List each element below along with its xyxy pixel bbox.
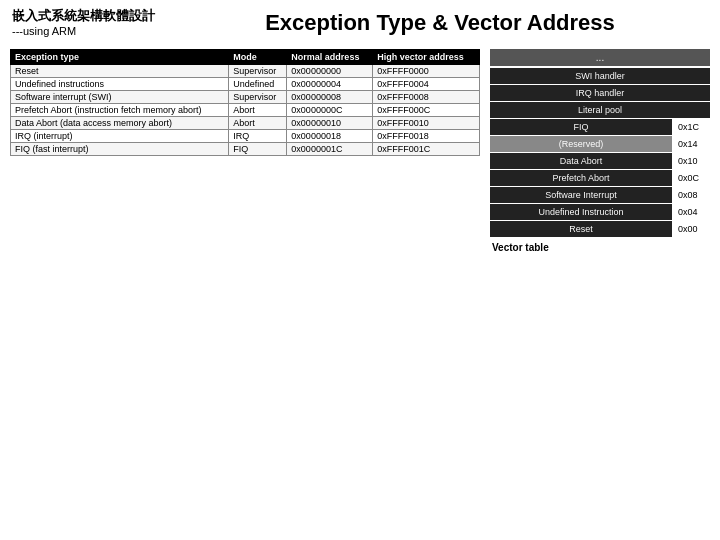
software-interrupt-offset: 0x08 (678, 190, 710, 200)
table-cell: Abort (229, 103, 287, 116)
table-cell: Prefetch Abort (instruction fetch memory… (11, 103, 229, 116)
stack-software-interrupt: Software Interrupt 0x08 (490, 187, 710, 203)
table-cell: 0xFFFF0008 (373, 90, 480, 103)
data-abort-block: Data Abort (490, 153, 672, 169)
table-cell: IRQ (interrupt) (11, 129, 229, 142)
table-cell: 0xFFFF0010 (373, 116, 480, 129)
table-cell: 0xFFFF000C (373, 103, 480, 116)
table-cell: 0xFFFF0004 (373, 77, 480, 90)
reset-offset: 0x00 (678, 224, 710, 234)
stack-reserved: (Reserved) 0x14 (490, 136, 710, 152)
col-exception-type: Exception type (11, 49, 229, 64)
table-row: Undefined instructionsUndefined0x0000000… (11, 77, 480, 90)
table-cell: 0xFFFF0000 (373, 64, 480, 77)
reserved-offset: 0x14 (678, 139, 710, 149)
table-cell: 0x0000000C (287, 103, 373, 116)
col-mode: Mode (229, 49, 287, 64)
table-row: Data Abort (data access memory abort)Abo… (11, 116, 480, 129)
header: 嵌入式系統架構軟體設計 ---using ARM Exception Type … (0, 0, 720, 41)
table-row: Prefetch Abort (instruction fetch memory… (11, 103, 480, 116)
table-row: Software interrupt (SWI)Supervisor0x0000… (11, 90, 480, 103)
stack-fiq: FIQ 0x1C (490, 119, 710, 135)
table-cell: FIQ (229, 142, 287, 155)
stack-prefetch-abort: Prefetch Abort 0x0C (490, 170, 710, 186)
table-cell: Undefined (229, 77, 287, 90)
table-cell: 0xFFFF0018 (373, 129, 480, 142)
subtitle: ---using ARM (12, 25, 172, 37)
table-cell: 0x0000001C (287, 142, 373, 155)
stack-irq-handler: IRQ handler (490, 85, 710, 101)
stack-data-abort: Data Abort 0x10 (490, 153, 710, 169)
table-cell: Software interrupt (SWI) (11, 90, 229, 103)
table-cell: 0x00000004 (287, 77, 373, 90)
data-abort-offset: 0x10 (678, 156, 710, 166)
table-row: IRQ (interrupt)IRQ0x000000180xFFFF0018 (11, 129, 480, 142)
undefined-instruction-block: Undefined Instruction (490, 204, 672, 220)
table-cell: 0x00000000 (287, 64, 373, 77)
table-cell: Data Abort (data access memory abort) (11, 116, 229, 129)
chinese-title: 嵌入式系統架構軟體設計 (12, 8, 172, 25)
fiq-offset: 0x1C (678, 122, 710, 132)
table-row: ResetSupervisor0x000000000xFFFF0000 (11, 64, 480, 77)
stack-literal-pool: Literal pool (490, 102, 710, 118)
reset-block: Reset (490, 221, 672, 237)
table-cell: FIQ (fast interrupt) (11, 142, 229, 155)
table-cell: 0xFFFF001C (373, 142, 480, 155)
table-cell: Reset (11, 64, 229, 77)
software-interrupt-block: Software Interrupt (490, 187, 672, 203)
undefined-instruction-offset: 0x04 (678, 207, 710, 217)
header-left: 嵌入式系統架構軟體設計 ---using ARM (12, 8, 172, 37)
prefetch-abort-offset: 0x0C (678, 173, 710, 183)
stack-swi-handler: SWI handler (490, 68, 710, 84)
stack-undefined-instruction: Undefined Instruction 0x04 (490, 204, 710, 220)
irq-handler-block: IRQ handler (490, 85, 710, 101)
table-cell: Undefined instructions (11, 77, 229, 90)
col-normal-address: Normal address (287, 49, 373, 64)
swi-handler-block: SWI handler (490, 68, 710, 84)
literal-pool-block: Literal pool (490, 102, 710, 118)
table-cell: Supervisor (229, 90, 287, 103)
table-cell: IRQ (229, 129, 287, 142)
fiq-block: FIQ (490, 119, 672, 135)
main-title: Exception Type & Vector Address (172, 8, 708, 36)
table-cell: Abort (229, 116, 287, 129)
stack-reset: Reset 0x00 (490, 221, 710, 237)
table-row: FIQ (fast interrupt)FIQ0x0000001C0xFFFF0… (11, 142, 480, 155)
dots-label: ... (490, 49, 710, 66)
reserved-block: (Reserved) (490, 136, 672, 152)
vector-table-label: Vector table (490, 242, 710, 253)
col-high-vector: High vector address (373, 49, 480, 64)
right-panel: ... SWI handler IRQ handler Literal pool… (490, 49, 710, 253)
table-cell: Supervisor (229, 64, 287, 77)
table-cell: 0x00000010 (287, 116, 373, 129)
prefetch-abort-block: Prefetch Abort (490, 170, 672, 186)
main-content: Exception type Mode Normal address High … (0, 41, 720, 257)
exception-table: Exception type Mode Normal address High … (10, 49, 480, 156)
left-table-container: Exception type Mode Normal address High … (10, 49, 480, 253)
table-cell: 0x00000018 (287, 129, 373, 142)
table-cell: 0x00000008 (287, 90, 373, 103)
